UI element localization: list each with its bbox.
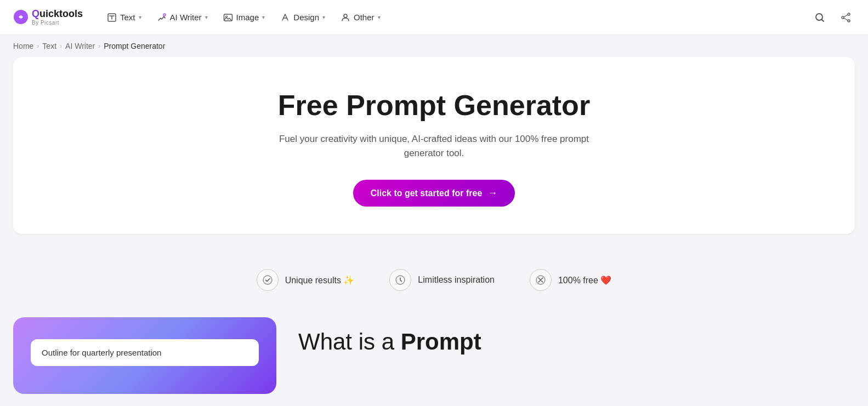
image-chevron-icon: ▾ [262,14,265,20]
search-button[interactable] [811,9,829,26]
features-section: Unique results ✨ Limitless inspiration 1… [0,247,868,313]
hero-subtitle: Fuel your creativity with unique, AI-cra… [270,132,599,160]
nav-design-label: Design [293,13,319,22]
nav-item-design[interactable]: Design ▾ [274,8,332,27]
text-icon [107,13,117,22]
what-section: What is a Prompt [298,317,855,367]
what-title: What is a Prompt [298,328,855,356]
limitless-icon [389,269,411,291]
input-field-wrapper [31,339,259,366]
ai-writer-icon [157,13,167,22]
breadcrumb-current: Prompt Generator [104,42,165,50]
breadcrumb-sep-1: › [37,42,39,50]
svg-point-2 [163,14,166,16]
other-icon [341,13,350,22]
unique-check-icon [257,269,279,291]
nav-items: Text ▾ AI Writer ▾ Image ▾ Design ▾ [100,8,811,27]
what-bold: Prompt [401,329,481,354]
share-icon [841,12,852,23]
hero-section: Free Prompt Generator Fuel your creativi… [13,57,855,234]
nav-item-other[interactable]: Other ▾ [334,8,387,27]
prompt-input[interactable] [42,348,248,357]
breadcrumb: Home › Text › AI Writer › Prompt Generat… [0,35,868,57]
navbar: Quicktools By Picsart Text ▾ AI Writer ▾ [0,0,868,35]
image-icon [223,13,233,22]
breadcrumb-text[interactable]: Text [42,42,56,50]
svg-point-9 [842,16,844,19]
nav-other-label: Other [354,13,375,22]
svg-point-5 [344,14,347,18]
logo-subtitle: By Picsart [32,20,83,26]
design-icon [280,13,290,22]
other-chevron-icon: ▾ [378,14,381,20]
cta-label: Click to get started for free [371,188,483,198]
feature-free-label: 100% free ❤️ [558,275,611,285]
cta-arrow-icon: → [487,187,497,199]
what-prefix: What is a [298,329,401,354]
design-chevron-icon: ▾ [322,14,325,20]
svg-point-7 [848,13,850,15]
nav-item-text[interactable]: Text ▾ [100,8,148,27]
logo-icon [13,9,29,25]
nav-text-label: Text [120,13,135,22]
breadcrumb-home[interactable]: Home [13,42,33,50]
svg-point-10 [263,276,272,284]
nav-item-image[interactable]: Image ▾ [217,8,272,27]
feature-free: 100% free ❤️ [530,269,611,291]
feature-limitless: Limitless inspiration [389,269,495,291]
nav-image-label: Image [236,13,259,22]
logo[interactable]: Quicktools By Picsart [13,9,83,26]
bottom-section: What is a Prompt [0,317,868,394]
breadcrumb-ai-writer[interactable]: AI Writer [65,42,95,50]
share-button[interactable] [837,9,855,26]
breadcrumb-sep-2: › [60,42,62,50]
search-icon [814,12,825,23]
free-icon [530,269,552,291]
nav-ai-writer-label: AI Writer [170,13,202,22]
logo-name: Quicktools [32,9,83,20]
feature-unique-label: Unique results ✨ [285,275,355,285]
svg-point-8 [848,20,850,22]
feature-limitless-label: Limitless inspiration [418,275,495,285]
feature-unique: Unique results ✨ [257,269,355,291]
nav-item-ai-writer[interactable]: AI Writer ▾ [150,8,214,27]
cta-button[interactable]: Click to get started for free → [353,180,515,207]
ai-writer-chevron-icon: ▾ [205,14,208,20]
hero-title: Free Prompt Generator [35,90,833,121]
text-chevron-icon: ▾ [139,14,141,20]
input-card [13,317,276,394]
nav-actions [811,9,855,26]
breadcrumb-sep-3: › [98,42,100,50]
